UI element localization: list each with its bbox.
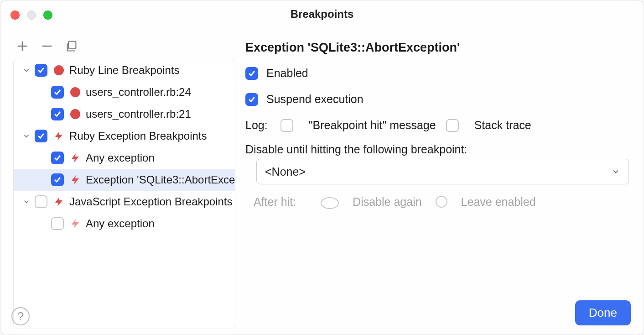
tree-checkbox[interactable] xyxy=(51,152,64,164)
tree-item-label: Any exception xyxy=(86,217,155,230)
breakpoint-dot-icon xyxy=(53,64,65,76)
window-title: Breakpoints xyxy=(0,8,644,21)
chevron-down-icon xyxy=(22,66,31,74)
tree-checkbox[interactable] xyxy=(51,86,64,99)
tree-group-label: JavaScript Exception Breakpoints xyxy=(69,195,233,208)
tree-item[interactable]: users_controller.rb:24 xyxy=(14,81,235,103)
tree-checkbox[interactable] xyxy=(51,108,64,120)
svg-rect-0 xyxy=(68,42,76,49)
suspend-checkbox[interactable] xyxy=(245,93,258,106)
log-stack-checkbox[interactable] xyxy=(446,119,459,132)
group-by-button[interactable] xyxy=(65,40,78,52)
disable-until-select[interactable]: <None> xyxy=(256,159,629,184)
chevron-down-icon xyxy=(22,198,31,206)
tree-item[interactable]: users_controller.rb:21 xyxy=(14,103,235,125)
after-hit-disable-radio[interactable] xyxy=(321,197,339,209)
breakpoint-dot-icon xyxy=(69,86,81,98)
tree-group-label: Ruby Line Breakpoints xyxy=(69,64,179,77)
breakpoint-dot-icon xyxy=(69,108,81,120)
tree-group[interactable]: Ruby Exception Breakpoints xyxy=(14,125,235,147)
tree-group[interactable]: JavaScript Exception Breakpoints xyxy=(14,191,235,213)
disable-until-value: <None> xyxy=(265,165,306,178)
log-hit-checkbox[interactable] xyxy=(280,119,293,132)
after-hit-leave-label: Leave enabled xyxy=(461,195,536,209)
bolt-icon xyxy=(53,130,65,142)
tree-checkbox[interactable] xyxy=(35,130,47,142)
add-breakpoint-button[interactable] xyxy=(16,40,29,52)
tree-item-label: Exception 'SQLite3::AbortException' xyxy=(86,173,235,186)
detail-title: Exception 'SQLite3::AbortException' xyxy=(245,41,629,55)
bolt-icon xyxy=(69,218,81,230)
after-hit-disable-label: Disable again xyxy=(353,195,422,209)
help-button[interactable]: ? xyxy=(11,307,30,325)
chevron-down-icon xyxy=(611,167,620,176)
tree-item-label: Any exception xyxy=(86,152,155,164)
bolt-icon xyxy=(69,174,81,186)
after-hit-leave-radio[interactable] xyxy=(436,196,447,208)
suspend-label: Suspend execution xyxy=(266,93,364,106)
remove-breakpoint-button[interactable] xyxy=(41,40,53,52)
tree-group[interactable]: Ruby Line Breakpoints xyxy=(14,59,235,81)
tree-item[interactable]: Any exception xyxy=(14,147,235,169)
log-label: Log: xyxy=(245,119,268,132)
tree-checkbox[interactable] xyxy=(51,173,64,186)
enabled-checkbox[interactable] xyxy=(245,67,258,80)
log-stack-label: Stack trace xyxy=(474,119,531,132)
chevron-down-icon xyxy=(22,132,31,140)
disable-until-label: Disable until hitting the following brea… xyxy=(245,143,629,156)
breakpoints-tree[interactable]: Ruby Line Breakpoints users_controller.r… xyxy=(13,59,235,329)
tree-item-label: users_controller.rb:24 xyxy=(86,86,191,99)
bolt-icon xyxy=(69,152,81,164)
tree-item[interactable]: Any exception xyxy=(14,213,235,235)
tree-group-label: Ruby Exception Breakpoints xyxy=(69,130,207,142)
after-hit-label: After hit: xyxy=(254,195,296,209)
bolt-icon xyxy=(53,196,65,208)
tree-item[interactable]: Exception 'SQLite3::AbortException' xyxy=(14,169,235,191)
done-button[interactable]: Done xyxy=(575,300,631,325)
tree-item-label: users_controller.rb:21 xyxy=(86,108,191,120)
tree-checkbox[interactable] xyxy=(35,64,47,77)
tree-checkbox[interactable] xyxy=(35,195,47,208)
enabled-label: Enabled xyxy=(266,67,308,80)
log-hit-label: "Breakpoint hit" message xyxy=(309,119,436,132)
tree-checkbox[interactable] xyxy=(51,217,64,230)
